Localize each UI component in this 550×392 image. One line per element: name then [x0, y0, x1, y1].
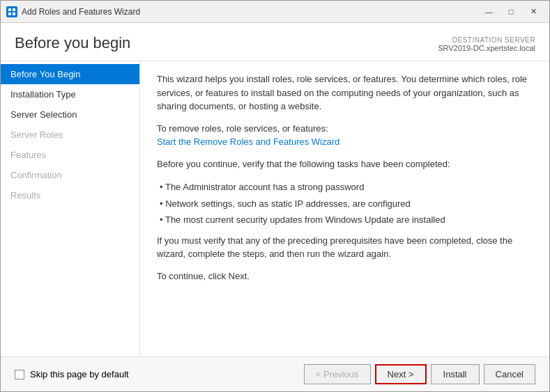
install-button[interactable]: Install: [431, 364, 480, 384]
destination-server-name: SRV2019-DC.xpertstec.local: [438, 44, 535, 52]
main-content: Before You Begin Installation Type Serve…: [1, 61, 549, 356]
skip-label: Skip this page by default: [30, 369, 129, 379]
skip-checkbox-area: Skip this page by default: [15, 369, 304, 379]
continue-text: To continue, click Next.: [157, 269, 533, 283]
button-area: < Previous Next > Install Cancel: [304, 364, 535, 384]
window-controls: — □ ✕: [478, 5, 544, 19]
svg-rect-2: [8, 13, 11, 15]
bullet-item-1: The Administrator account has a strong p…: [160, 179, 533, 196]
sidebar-item-server-selection[interactable]: Server Selection: [1, 104, 139, 125]
window-icon: [6, 6, 17, 17]
sidebar-item-confirmation: Confirmation: [1, 165, 139, 185]
wizard-window: Add Roles and Features Wizard — □ ✕ Befo…: [0, 0, 550, 392]
page-title: Before you begin: [15, 34, 130, 52]
bullet-item-2: Network settings, such as static IP addr…: [160, 196, 533, 212]
destination-server-info: DESTINATION SERVER SRV2019-DC.xpertstec.…: [438, 36, 535, 52]
svg-rect-1: [13, 8, 15, 11]
sidebar: Before You Begin Installation Type Serve…: [1, 61, 140, 356]
prerequisite-note: If you must verify that any of the prece…: [157, 234, 533, 261]
remove-prefix: To remove roles, role services, or featu…: [157, 122, 533, 149]
header: Before you begin DESTINATION SERVER SRV2…: [1, 23, 549, 61]
intro-paragraph: This wizard helps you install roles, rol…: [157, 72, 533, 113]
minimize-button[interactable]: —: [478, 5, 499, 19]
sidebar-item-server-roles: Server Roles: [1, 125, 139, 145]
close-button[interactable]: ✕: [523, 5, 544, 19]
maximize-button[interactable]: □: [501, 5, 521, 19]
remove-prefix-text: To remove roles, role services, or featu…: [157, 123, 328, 134]
svg-rect-3: [13, 13, 15, 15]
destination-label: DESTINATION SERVER: [438, 36, 535, 44]
sidebar-item-results: Results: [1, 185, 139, 205]
bullet-item-3: The most current security updates from W…: [160, 212, 533, 228]
verify-text: Before you continue, verify that the fol…: [157, 157, 533, 171]
sidebar-item-before-you-begin[interactable]: Before You Begin: [1, 64, 139, 84]
sidebar-item-features: Features: [1, 145, 139, 165]
svg-rect-0: [8, 8, 11, 11]
previous-button[interactable]: < Previous: [304, 364, 371, 384]
window-title: Add Roles and Features Wizard: [22, 7, 478, 17]
prerequisites-list: The Administrator account has a strong p…: [160, 179, 533, 228]
skip-checkbox[interactable]: [15, 370, 24, 379]
sidebar-item-installation-type[interactable]: Installation Type: [1, 84, 139, 104]
next-button[interactable]: Next >: [375, 364, 427, 384]
cancel-button[interactable]: Cancel: [484, 364, 535, 384]
footer: Skip this page by default < Previous Nex…: [1, 356, 549, 391]
title-bar: Add Roles and Features Wizard — □ ✕: [1, 1, 549, 23]
remove-roles-link[interactable]: Start the Remove Roles and Features Wiza…: [157, 136, 339, 147]
content-area: This wizard helps you install roles, rol…: [140, 61, 549, 356]
